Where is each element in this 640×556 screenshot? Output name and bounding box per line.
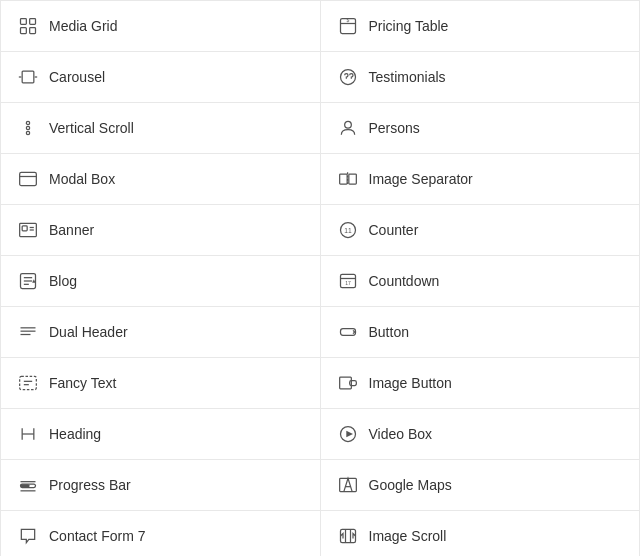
- dual-header-icon: [17, 321, 39, 343]
- modal-box-icon: [17, 168, 39, 190]
- image-separator-icon: [337, 168, 359, 190]
- progress-bar-icon: [17, 474, 39, 496]
- pricing-table-label: Pricing Table: [369, 17, 449, 35]
- fancy-text-icon: [17, 372, 39, 394]
- contact-form-7-label: Contact Form 7: [49, 527, 145, 545]
- widget-item-media-grid[interactable]: Media Grid: [1, 1, 321, 52]
- widget-item-counter[interactable]: 11Counter: [321, 205, 641, 256]
- widget-item-modal-box[interactable]: Modal Box: [1, 154, 321, 205]
- widget-item-image-button[interactable]: Image Button: [321, 358, 641, 409]
- banner-label: Banner: [49, 221, 94, 239]
- svg-rect-36: [340, 329, 355, 336]
- svg-rect-18: [348, 174, 356, 184]
- google-maps-label: Google Maps: [369, 476, 452, 494]
- svg-point-11: [26, 121, 29, 124]
- svg-rect-49: [21, 484, 30, 487]
- vertical-scroll-icon: [17, 117, 39, 139]
- button-label: Button: [369, 323, 409, 341]
- carousel-label: Carousel: [49, 68, 105, 86]
- media-grid-label: Media Grid: [49, 17, 117, 35]
- svg-rect-1: [30, 19, 36, 25]
- widget-item-image-scroll[interactable]: Image Scroll: [321, 511, 641, 556]
- widget-item-pricing-table[interactable]: $Pricing Table: [321, 1, 641, 52]
- carousel-icon: [17, 66, 39, 88]
- widget-item-video-box[interactable]: Video Box: [321, 409, 641, 460]
- image-scroll-label: Image Scroll: [369, 527, 447, 545]
- widget-item-banner[interactable]: Banner: [1, 205, 321, 256]
- progress-bar-label: Progress Bar: [49, 476, 131, 494]
- contact-form-7-icon: [17, 525, 39, 547]
- countdown-label: Countdown: [369, 272, 440, 290]
- testimonials-icon: [337, 66, 359, 88]
- heading-label: Heading: [49, 425, 101, 443]
- counter-icon: 11: [337, 219, 359, 241]
- svg-point-12: [26, 126, 29, 129]
- svg-point-14: [344, 121, 351, 128]
- widget-item-button[interactable]: Button: [321, 307, 641, 358]
- widget-item-fancy-text[interactable]: Fancy Text: [1, 358, 321, 409]
- fancy-text-label: Fancy Text: [49, 374, 116, 392]
- widget-item-persons[interactable]: Persons: [321, 103, 641, 154]
- widget-item-progress-bar[interactable]: Progress Bar: [1, 460, 321, 511]
- widget-item-carousel[interactable]: Carousel: [1, 52, 321, 103]
- svg-text:$: $: [346, 17, 349, 23]
- widget-item-image-separator[interactable]: Image Separator: [321, 154, 641, 205]
- svg-rect-0: [21, 19, 27, 25]
- banner-icon: [17, 219, 39, 241]
- video-box-icon: [337, 423, 359, 445]
- svg-rect-15: [20, 172, 37, 185]
- google-maps-icon: [337, 474, 359, 496]
- image-button-icon: [337, 372, 359, 394]
- svg-rect-7: [22, 71, 34, 83]
- svg-rect-2: [21, 28, 27, 34]
- modal-box-label: Modal Box: [49, 170, 115, 188]
- svg-point-13: [26, 131, 29, 134]
- widget-item-contact-form-7[interactable]: Contact Form 7: [1, 511, 321, 556]
- testimonials-label: Testimonials: [369, 68, 446, 86]
- svg-text:11: 11: [344, 227, 352, 234]
- image-button-label: Image Button: [369, 374, 452, 392]
- video-box-label: Video Box: [369, 425, 433, 443]
- svg-text:17: 17: [345, 280, 351, 286]
- svg-rect-21: [22, 226, 27, 231]
- widget-item-heading[interactable]: Heading: [1, 409, 321, 460]
- svg-rect-41: [349, 381, 356, 386]
- dual-header-label: Dual Header: [49, 323, 128, 341]
- blog-icon: [17, 270, 39, 292]
- vertical-scroll-label: Vertical Scroll: [49, 119, 134, 137]
- widget-item-dual-header[interactable]: Dual Header: [1, 307, 321, 358]
- image-scroll-icon: [337, 525, 359, 547]
- button-icon: [337, 321, 359, 343]
- svg-rect-37: [20, 376, 37, 389]
- widget-item-countdown[interactable]: 17Countdown: [321, 256, 641, 307]
- persons-label: Persons: [369, 119, 420, 137]
- persons-icon: [337, 117, 359, 139]
- image-separator-label: Image Separator: [369, 170, 473, 188]
- countdown-icon: 17: [337, 270, 359, 292]
- widget-item-vertical-scroll[interactable]: Vertical Scroll: [1, 103, 321, 154]
- svg-rect-3: [30, 28, 36, 34]
- media-grid-icon: [17, 15, 39, 37]
- svg-rect-17: [339, 174, 347, 184]
- counter-label: Counter: [369, 221, 419, 239]
- widget-item-testimonials[interactable]: Testimonials: [321, 52, 641, 103]
- blog-label: Blog: [49, 272, 77, 290]
- svg-marker-46: [346, 431, 353, 438]
- widget-item-blog[interactable]: Blog: [1, 256, 321, 307]
- pricing-table-icon: $: [337, 15, 359, 37]
- heading-icon: [17, 423, 39, 445]
- widget-grid: Media Grid$Pricing TableCarouselTestimon…: [0, 0, 640, 556]
- widget-item-google-maps[interactable]: Google Maps: [321, 460, 641, 511]
